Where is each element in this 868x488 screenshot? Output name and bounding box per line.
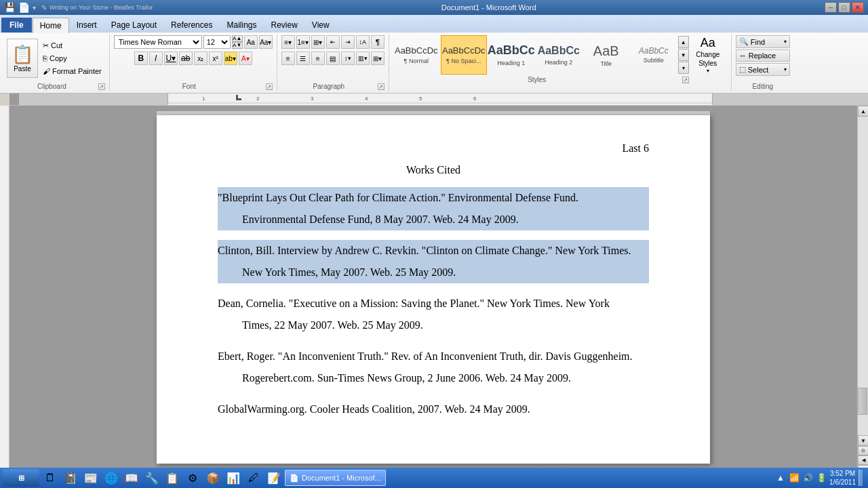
style-title[interactable]: AaB Title [583, 35, 629, 75]
numbering-button[interactable]: 1≡▾ [296, 35, 310, 49]
increase-indent-button[interactable]: ⇥ [341, 35, 355, 49]
styles-scroll-down-button[interactable]: ▼ [678, 49, 689, 61]
citation-3[interactable]: Dean, Cornelia. "Executive on a Mission:… [218, 293, 649, 336]
replace-button[interactable]: ↔ Replace [736, 49, 790, 62]
taskbar-icon-word[interactable]: 📝 [264, 469, 283, 487]
bold-button[interactable]: B [134, 52, 148, 65]
underline-button[interactable]: U▾ [164, 52, 178, 65]
taskbar-icon-1[interactable]: 🗒 [41, 469, 60, 487]
scroll-thumb[interactable] [858, 388, 867, 415]
style-no-spacing[interactable]: AaBbCcDc ¶ No Spaci... [441, 35, 487, 75]
vertical-scrollbar[interactable]: ▲ ▼ ⊙ ◀ ▶ [857, 106, 868, 474]
taskbar-icon-4[interactable]: 🌐 [102, 469, 121, 487]
minimize-button[interactable]: ─ [825, 2, 837, 13]
tray-icon-1[interactable]: ▲ [775, 472, 786, 483]
citation-4[interactable]: Ebert, Roger. "An Inconvenient Truth." R… [218, 346, 649, 389]
paragraph-expand-button[interactable]: ↗ [378, 83, 384, 90]
active-app-button[interactable]: 📄 Document1 - Microsof... [285, 470, 386, 486]
paste-icon: 📋 [12, 44, 33, 65]
borders-button[interactable]: ⊞▾ [371, 52, 384, 65]
styles-expand-button[interactable]: ↗ [682, 77, 689, 83]
tab-review[interactable]: Review [264, 18, 304, 33]
styles-scroll-arrows: ▲ ▼ ▾ [678, 36, 689, 74]
strikethrough-button[interactable]: ab [179, 52, 193, 65]
tray-network-icon[interactable]: 📶 [789, 472, 800, 483]
taskbar-icon-3[interactable]: 📰 [81, 469, 100, 487]
superscript-button[interactable]: x² [209, 52, 222, 65]
select-browse-button[interactable]: ⊙ [858, 446, 868, 455]
scissors-icon: ✂ [43, 41, 49, 50]
clear-format-button[interactable]: Aa [244, 35, 258, 49]
tray-battery-icon[interactable]: 🔋 [816, 472, 827, 483]
citation-5[interactable]: GlobalWarming.org. Cooler Heads Coalitio… [218, 399, 649, 420]
font-name-select[interactable]: Times New Roman [114, 35, 202, 49]
svg-text:2: 2 [256, 96, 260, 102]
tab-home[interactable]: Home [33, 18, 69, 33]
change-case-button[interactable]: Aa▾ [259, 35, 273, 49]
find-button[interactable]: 🔍 Find ▾ [736, 35, 790, 48]
show-desktop-button[interactable] [859, 470, 863, 486]
tab-page-layout[interactable]: Page Layout [104, 18, 163, 33]
format-painter-button[interactable]: 🖌 Format Painter [39, 65, 105, 77]
taskbar-icon-5[interactable]: 📖 [122, 469, 141, 487]
tray-clock[interactable]: 3:52 PM 1/6/2011 [829, 469, 856, 487]
taskbar-icon-7[interactable]: 📋 [163, 469, 182, 487]
taskbar-icon-11[interactable]: 🖊 [244, 469, 263, 487]
align-left-button[interactable]: ≡ [281, 52, 295, 65]
tab-file[interactable]: File [1, 18, 32, 33]
align-center-button[interactable]: ☰ [296, 52, 310, 65]
scroll-up-button[interactable]: ▲ [858, 106, 868, 117]
taskbar-icon-2[interactable]: 📓 [61, 469, 80, 487]
tab-references[interactable]: References [164, 18, 219, 33]
citation-2[interactable]: Clinton, Bill. Interview by Andrew C. Re… [218, 240, 649, 283]
text-highlight-button[interactable]: ab▾ [224, 52, 237, 65]
document-area[interactable]: Last 6 Works Cited "Blueprint Lays Out C… [9, 106, 857, 474]
style-subtitle[interactable]: AaBbCc Subtitle [631, 35, 677, 75]
scroll-track[interactable] [858, 117, 868, 435]
close-button[interactable]: ✕ [852, 2, 864, 13]
subscript-button[interactable]: x₂ [194, 52, 208, 65]
taskbar-icon-9[interactable]: 📦 [203, 469, 222, 487]
bullets-button[interactable]: ≡▾ [281, 35, 295, 49]
works-cited-title[interactable]: Works Cited [218, 164, 649, 176]
taskbar-icon-8[interactable]: ⚙ [183, 469, 202, 487]
taskbar-icon-6[interactable]: 🔧 [142, 469, 161, 487]
styles-more-button[interactable]: ▾ [678, 62, 689, 74]
justify-button[interactable]: ▤ [326, 52, 340, 65]
tab-mailings[interactable]: Mailings [220, 18, 263, 33]
citation-1[interactable]: "Blueprint Lays Out Clear Path for Clima… [218, 187, 649, 230]
tray-volume-icon[interactable]: 🔊 [802, 472, 813, 483]
font-size-decrease-button[interactable]: A▼ [232, 42, 243, 49]
maximize-button[interactable]: □ [838, 2, 850, 13]
align-right-button[interactable]: ≡ [311, 52, 325, 65]
copy-button[interactable]: ⎘ Copy [39, 52, 105, 64]
decrease-indent-button[interactable]: ⇤ [326, 35, 340, 49]
scroll-down-button[interactable]: ▼ [858, 435, 868, 446]
change-styles-button[interactable]: Aa Change Styles ▾ [689, 35, 727, 75]
style-heading2[interactable]: AaBbCc Heading 2 [536, 35, 582, 75]
font-size-select[interactable]: 12 [203, 35, 231, 49]
find-icon: 🔍 [739, 37, 749, 46]
select-button[interactable]: ⬚ Select ▾ [736, 63, 790, 76]
cut-button[interactable]: ✂ Cut [39, 39, 105, 52]
line-spacing-button[interactable]: ↕▾ [341, 52, 355, 65]
multilevel-button[interactable]: ⊞▾ [311, 35, 325, 49]
paste-button[interactable]: 📋 Paste [7, 39, 38, 78]
font-expand-button[interactable]: ↗ [266, 83, 273, 90]
start-button[interactable]: ⊞ [3, 469, 39, 487]
prev-page-button[interactable]: ◀ [858, 455, 868, 465]
font-color-button[interactable]: A▾ [239, 52, 252, 65]
show-formatting-button[interactable]: ¶ [371, 35, 384, 49]
tab-insert[interactable]: Insert [70, 18, 104, 33]
svg-text:3: 3 [311, 96, 314, 102]
italic-button[interactable]: I [149, 52, 163, 65]
styles-scroll-up-button[interactable]: ▲ [678, 36, 689, 48]
style-heading1[interactable]: AaBbCc Heading 1 [488, 35, 534, 75]
tab-view[interactable]: View [305, 18, 336, 33]
style-normal[interactable]: AaBbCcDc ¶ Normal [393, 35, 439, 75]
shading-button[interactable]: ▥▾ [356, 52, 370, 65]
clipboard-expand-button[interactable]: ↗ [98, 83, 105, 90]
font-size-increase-button[interactable]: A▲ [232, 35, 243, 42]
sort-button[interactable]: ↕A [356, 35, 370, 49]
taskbar-icon-10[interactable]: 📊 [224, 469, 243, 487]
